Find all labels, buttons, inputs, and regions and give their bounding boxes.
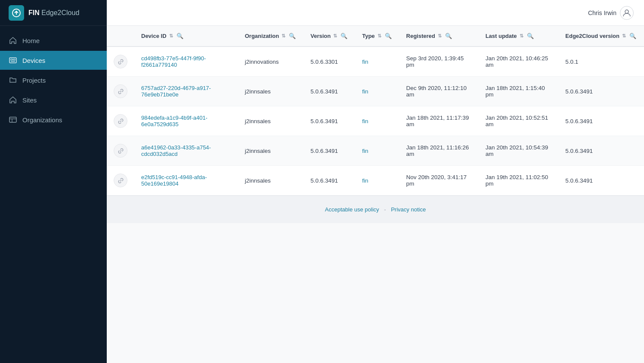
th-registered-label: Registered: [406, 33, 435, 39]
cell-type: fin: [355, 77, 399, 106]
link-icon: [114, 55, 127, 68]
cell-version: 5.0.6.3491: [303, 136, 355, 166]
cell-registered: Sep 3rd 2020, 1:39:45 pm: [399, 47, 479, 77]
table-row[interactable]: a6e41962-0a33-4335-a754-cdcd032d5acdj2in…: [107, 136, 644, 166]
row-link-icon-cell: [107, 47, 134, 77]
sites-icon: [9, 96, 17, 104]
type-search-icon[interactable]: 🔍: [384, 32, 393, 40]
organization-search-icon[interactable]: 🔍: [288, 32, 297, 40]
cell-registered: Jan 18th 2021, 11:17:39 am: [399, 106, 479, 136]
cell-device-id[interactable]: 984edefa-a1c9-4b9f-a401-6e0a7529d635: [134, 106, 238, 136]
devices-icon: [9, 56, 17, 65]
user-name: Chris Irwin: [588, 9, 616, 16]
th-e2c-version: Edge2Cloud version ⇅ 🔍: [558, 26, 644, 47]
row-link-icon-cell: [107, 77, 134, 106]
version-search-icon[interactable]: 🔍: [340, 32, 348, 40]
cell-device-id[interactable]: a6e41962-0a33-4335-a754-cdcd032d5acd: [134, 136, 238, 166]
cell-version: 5.0.6.3491: [303, 166, 355, 195]
row-link-icon-cell: [107, 106, 134, 136]
cell-type: fin: [355, 106, 399, 136]
content-area: Device ID ⇅ 🔍 Organization ⇅ 🔍: [107, 26, 644, 363]
sidebar-item-projects[interactable]: Projects: [0, 71, 107, 90]
registered-sort-icon[interactable]: ⇅: [438, 33, 442, 39]
table-header-row: Device ID ⇅ 🔍 Organization ⇅ 🔍: [107, 26, 644, 47]
organization-sort-icon[interactable]: ⇅: [282, 33, 285, 39]
cell-e2c-version: 5.0.6.3491: [558, 106, 644, 136]
device-id-search-icon[interactable]: 🔍: [176, 32, 184, 40]
table-row[interactable]: cd498fb3-77e5-447f-9f90-f2661a779140j2in…: [107, 47, 644, 77]
svg-rect-1: [9, 58, 16, 63]
last-update-sort-icon[interactable]: ⇅: [520, 33, 523, 39]
cell-organization: j2innovations: [238, 47, 303, 77]
app-logo: FIN Edge2Cloud: [0, 0, 107, 26]
cell-e2c-version: 5.0.1: [558, 47, 644, 77]
cell-registered: Dec 9th 2020, 11:12:10 am: [399, 77, 479, 106]
sidebar-item-home-label: Home: [22, 37, 40, 44]
cell-organization: j2innsales: [238, 77, 303, 106]
e2c-version-search-icon[interactable]: 🔍: [629, 32, 637, 40]
sidebar-item-organizations[interactable]: Organizations: [0, 110, 107, 129]
th-registered: Registered ⇅ 🔍: [399, 26, 479, 47]
logo-icon: [9, 5, 24, 21]
svg-rect-2: [11, 59, 12, 60]
link-icon: [114, 144, 127, 158]
th-e2c-version-label: Edge2Cloud version: [565, 33, 619, 39]
cell-device-id[interactable]: cd498fb3-77e5-447f-9f90-f2661a779140: [134, 47, 238, 77]
cell-type: fin: [355, 136, 399, 166]
device-id-link[interactable]: 984edefa-a1c9-4b9f-a401-6e0a7529d635: [141, 115, 207, 127]
svg-rect-3: [13, 59, 15, 60]
table-row[interactable]: e2fd519c-cc91-4948-afda-50e169e19804j2in…: [107, 166, 644, 195]
e2c-version-sort-icon[interactable]: ⇅: [622, 33, 626, 39]
cell-last-update: Jan 20th 2021, 10:46:25 am: [479, 47, 559, 77]
th-version-label: Version: [310, 33, 331, 39]
cell-version: 5.0.6.3491: [303, 106, 355, 136]
devices-table-wrapper: Device ID ⇅ 🔍 Organization ⇅ 🔍: [107, 26, 644, 195]
nav-menu: Home Devices Projects: [0, 26, 107, 134]
sidebar: FIN Edge2Cloud Home Devices: [0, 0, 107, 363]
user-avatar[interactable]: [620, 6, 634, 20]
cell-device-id[interactable]: e2fd519c-cc91-4948-afda-50e169e19804: [134, 166, 238, 195]
privacy-notice-link[interactable]: Privacy notice: [391, 206, 426, 213]
sidebar-item-sites[interactable]: Sites: [0, 90, 107, 109]
th-last-update: Last update ⇅ 🔍: [479, 26, 559, 47]
cell-version: 5.0.6.3301: [303, 47, 355, 77]
app-title: FIN Edge2Cloud: [28, 9, 79, 17]
th-organization-label: Organization: [245, 33, 279, 39]
device-id-link[interactable]: e2fd519c-cc91-4948-afda-50e169e19804: [141, 174, 207, 187]
type-sort-icon[interactable]: ⇅: [378, 33, 381, 39]
sidebar-item-devices[interactable]: Devices: [0, 51, 107, 70]
cell-e2c-version: 5.0.6.3491: [558, 77, 644, 106]
row-link-icon-cell: [107, 166, 134, 195]
th-last-update-label: Last update: [486, 33, 517, 39]
device-id-link[interactable]: a6e41962-0a33-4335-a754-cdcd032d5acd: [141, 144, 211, 157]
version-sort-icon[interactable]: ⇅: [333, 33, 337, 39]
main-area: Chris Irwin Device ID ⇅: [107, 0, 644, 363]
sidebar-item-organizations-label: Organizations: [22, 116, 62, 124]
table-row[interactable]: 984edefa-a1c9-4b9f-a401-6e0a7529d635j2in…: [107, 106, 644, 136]
th-organization: Organization ⇅ 🔍: [238, 26, 303, 47]
cell-device-id[interactable]: 6757ad27-220d-4679-a917-76e9eb71be0e: [134, 77, 238, 106]
sidebar-item-devices-label: Devices: [22, 57, 45, 64]
user-info: Chris Irwin: [588, 6, 634, 20]
organizations-icon: [9, 115, 17, 124]
cell-last-update: Jan 18th 2021, 1:15:40 pm: [479, 77, 559, 106]
cell-version: 5.0.6.3491: [303, 77, 355, 106]
cell-last-update: Jan 20th 2021, 10:54:39 am: [479, 136, 559, 166]
home-icon: [9, 36, 17, 45]
sidebar-item-home[interactable]: Home: [0, 31, 107, 50]
svg-point-8: [625, 10, 629, 13]
th-device-id-label: Device ID: [141, 33, 167, 39]
last-update-search-icon[interactable]: 🔍: [526, 32, 535, 40]
acceptable-use-policy-link[interactable]: Acceptable use policy: [325, 206, 379, 213]
th-type-label: Type: [362, 33, 375, 39]
device-id-sort-icon[interactable]: ⇅: [169, 33, 173, 39]
cell-registered: Jan 18th 2021, 11:16:26 am: [399, 136, 479, 166]
th-link-col: [107, 26, 134, 47]
topbar: Chris Irwin: [107, 0, 644, 26]
cell-last-update: Jan 20th 2021, 10:52:51 am: [479, 106, 559, 136]
registered-search-icon[interactable]: 🔍: [444, 32, 453, 40]
device-id-link[interactable]: 6757ad27-220d-4679-a917-76e9eb71be0e: [141, 85, 211, 98]
device-id-link[interactable]: cd498fb3-77e5-447f-9f90-f2661a779140: [141, 55, 206, 68]
cell-e2c-version: 5.0.6.3491: [558, 136, 644, 166]
table-row[interactable]: 6757ad27-220d-4679-a917-76e9eb71be0ej2in…: [107, 77, 644, 106]
